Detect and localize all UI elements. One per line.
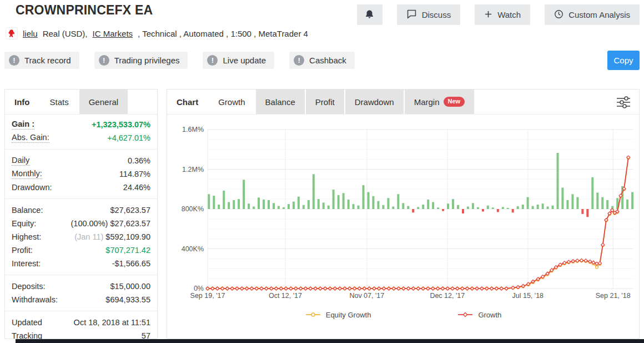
stat-row: Equity:(100.00%) $27,623.57 bbox=[5, 217, 157, 230]
stat-label: Balance: bbox=[12, 206, 43, 215]
series-growth bbox=[206, 156, 630, 290]
clock-icon bbox=[554, 9, 564, 21]
tab-balance[interactable]: Balance bbox=[256, 90, 305, 114]
stat-row: Profit:$707,271.42 bbox=[5, 243, 157, 257]
tab-stats[interactable]: Stats bbox=[41, 90, 78, 114]
alert-icon: ! bbox=[9, 55, 19, 66]
user-link[interactable]: lielu bbox=[23, 29, 38, 38]
stat-row: Daily0.36% bbox=[5, 154, 157, 167]
stat-value: $15,000.00 bbox=[110, 282, 150, 291]
stat-value: +1,323,533.07% bbox=[92, 120, 150, 129]
discuss-button[interactable]: Discuss bbox=[397, 4, 461, 25]
badge-label: Cashback bbox=[309, 56, 346, 65]
sliders-icon bbox=[616, 102, 631, 111]
stat-row: Interest:-$1,566.65 bbox=[5, 257, 157, 270]
tab-label: General bbox=[89, 97, 118, 107]
watch-label: Watch bbox=[497, 10, 521, 19]
user-avatar bbox=[6, 27, 18, 39]
info-tabs: InfoStatsGeneral bbox=[5, 90, 157, 115]
svg-text:Dec 12, '17: Dec 12, '17 bbox=[430, 292, 465, 300]
divider bbox=[5, 311, 157, 311]
tab-label: Stats bbox=[50, 97, 69, 107]
stat-label: Equity: bbox=[12, 219, 36, 228]
stat-value-text: Oct 18, 2018 at 11:51 bbox=[74, 318, 150, 327]
stat-value-text: +1,323,533.07% bbox=[92, 120, 150, 129]
y-axis-labels: 0%400K%800K%1.2M%1.6M% bbox=[182, 126, 204, 292]
tab-profit[interactable]: Profit bbox=[306, 90, 344, 114]
account-details: , Technical , Automated , 1:500 , MetaTr… bbox=[138, 29, 308, 38]
chart-settings-button[interactable] bbox=[615, 95, 632, 112]
stat-value-text: +4,627.01% bbox=[107, 133, 150, 142]
stat-label: Interest: bbox=[12, 259, 41, 268]
stat-row: Drawdown:24.46% bbox=[5, 181, 157, 194]
stat-row: Deposits:$15,000.00 bbox=[5, 280, 157, 293]
copy-button[interactable]: Copy bbox=[607, 51, 640, 70]
stat-value-text: $15,000.00 bbox=[110, 282, 150, 291]
account-stats: Gain :+1,323,533.07%Abs. Gain:+4,627.01%… bbox=[5, 115, 157, 342]
legend-marker-icon bbox=[457, 311, 474, 319]
stat-label: Abs. Gain: bbox=[12, 133, 49, 143]
divider bbox=[5, 275, 157, 275]
tab-general[interactable]: General bbox=[79, 90, 128, 114]
header-actions: Discuss Watch Custom Analysis bbox=[357, 4, 640, 25]
stat-value-text: -$1,566.65 bbox=[112, 259, 150, 268]
discuss-icon bbox=[406, 9, 417, 21]
tab-label: Profit bbox=[315, 97, 335, 107]
stat-label: Deposits: bbox=[12, 282, 45, 291]
stat-label: Gain : bbox=[12, 120, 34, 130]
alert-icon: ! bbox=[207, 55, 218, 66]
stat-value: Oct 18, 2018 at 11:51 bbox=[74, 318, 150, 327]
tab-info[interactable]: Info bbox=[5, 90, 39, 114]
stat-value-text: $592,109.90 bbox=[105, 232, 150, 241]
discuss-label: Discuss bbox=[422, 10, 451, 19]
stat-value-text: 0.36% bbox=[128, 156, 150, 165]
chart-legend: Equity GrowthGrowth bbox=[167, 311, 639, 319]
tab-label: Drawdown bbox=[355, 97, 394, 107]
svg-text:Jul 15, '18: Jul 15, '18 bbox=[512, 292, 544, 300]
stat-value-prefix: (100.00%) bbox=[71, 219, 110, 228]
tab-label: Growth bbox=[218, 97, 245, 107]
tab-label: Info bbox=[14, 97, 30, 107]
legend-item-growth[interactable]: Growth bbox=[457, 311, 501, 319]
stat-value: (100.00%) $27,623.57 bbox=[71, 219, 150, 228]
stat-value: 114.87% bbox=[119, 170, 150, 178]
stat-value: $27,623.57 bbox=[110, 206, 150, 215]
tab-label: Margin bbox=[414, 97, 440, 107]
custom-analysis-button[interactable]: Custom Analysis bbox=[545, 4, 640, 25]
plus-icon bbox=[484, 10, 492, 20]
stat-value-text: $27,623.57 bbox=[110, 219, 150, 228]
tab-chart[interactable]: Chart bbox=[167, 90, 208, 114]
info-badge: !Trading privileges bbox=[94, 52, 188, 69]
divider bbox=[5, 149, 157, 150]
stat-value: +4,627.01% bbox=[107, 133, 150, 142]
svg-text:Nov 07, '17: Nov 07, '17 bbox=[349, 292, 384, 300]
new-badge: New bbox=[444, 97, 465, 106]
stat-row: Gain :+1,323,533.07% bbox=[5, 118, 157, 131]
stat-label: Withdrawals: bbox=[12, 295, 58, 304]
stat-row: Abs. Gain:+4,627.01% bbox=[5, 131, 157, 145]
x-axis-labels: Sep 19, '17Oct 12, '17Nov 07, '17Dec 12,… bbox=[190, 292, 631, 300]
svg-text:0%: 0% bbox=[194, 285, 204, 292]
tab-growth[interactable]: Growth bbox=[209, 90, 254, 114]
stat-value: (Jan 11) $592,109.90 bbox=[74, 232, 150, 241]
stat-value-prefix: (Jan 11) bbox=[74, 232, 105, 241]
legend-item-equity-growth[interactable]: Equity Growth bbox=[305, 311, 371, 319]
chart-panel: ChartGrowthBalanceProfitDrawdownMarginNe… bbox=[167, 89, 640, 339]
notifications-button[interactable] bbox=[357, 4, 383, 25]
watch-button[interactable]: Watch bbox=[475, 4, 530, 25]
tab-drawdown[interactable]: Drawdown bbox=[345, 90, 404, 114]
status-badges: !Track record!Trading privileges!Live up… bbox=[4, 52, 355, 69]
stat-value: $694,933.55 bbox=[105, 295, 150, 304]
page-title: CROWNPRINCEFX EA bbox=[16, 3, 153, 18]
growth-chart: 0%400K%800K%1.2M%1.6M%Sep 19, '17Oct 12,… bbox=[167, 114, 640, 306]
tab-margin[interactable]: MarginNew bbox=[405, 90, 474, 114]
legend-label: Equity Growth bbox=[326, 311, 371, 319]
stat-label: Profit: bbox=[12, 246, 33, 255]
info-badge: !Live update bbox=[203, 52, 274, 69]
chart-tabs: ChartGrowthBalanceProfitDrawdownMarginNe… bbox=[167, 90, 639, 115]
bottom-section-edge bbox=[16, 339, 644, 343]
svg-text:1.6M%: 1.6M% bbox=[182, 126, 204, 133]
tab-label: Balance bbox=[265, 97, 295, 107]
broker-link[interactable]: IC Markets bbox=[93, 29, 133, 38]
stat-label: Drawdown: bbox=[12, 183, 52, 192]
